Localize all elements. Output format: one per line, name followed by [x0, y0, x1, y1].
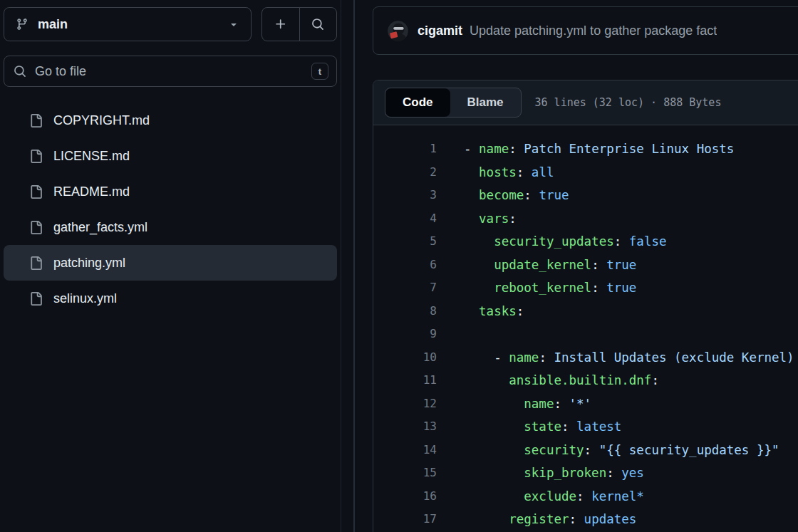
branch-name: main: [38, 17, 68, 32]
code-line: 4 vars:: [373, 207, 798, 231]
code-line-content: tasks:: [437, 300, 524, 323]
chevron-down-icon: [228, 19, 239, 30]
code-line-content: reboot_kernel: true: [437, 276, 636, 300]
code-line: 10 - name: Install Updates (exclude Kern…: [373, 346, 798, 370]
file-tree-item[interactable]: COPYRIGHT.md: [4, 103, 337, 138]
file-icon: [29, 221, 43, 234]
git-branch-icon: [16, 18, 28, 31]
code-panel-header: CodeBlame 36 lines (32 loc) · 888 Bytes: [373, 80, 798, 125]
search-tree-button[interactable]: [299, 8, 337, 41]
file-tree-item[interactable]: patching.yml: [4, 245, 337, 281]
line-number[interactable]: 5: [373, 230, 437, 254]
code-line: 2 hosts: all: [373, 161, 798, 184]
go-to-file-box: t: [4, 56, 337, 87]
code-line: 9: [373, 323, 798, 346]
line-number[interactable]: 10: [373, 346, 437, 370]
code-line: 14 security: "{{ security_updates }}": [373, 439, 798, 462]
file-meta-text: 36 lines (32 loc) · 888 Bytes: [535, 96, 722, 109]
file-tree-item[interactable]: LICENSE.md: [4, 138, 337, 174]
search-icon: [14, 65, 26, 78]
file-name: COPYRIGHT.md: [53, 113, 150, 128]
commit-message-link[interactable]: Update patching.yml to gather package fa…: [470, 24, 717, 38]
file-tree: COPYRIGHT.md LICENSE.md README.md gather…: [4, 103, 337, 316]
file-content-panel: CodeBlame 36 lines (32 loc) · 888 Bytes …: [373, 80, 798, 532]
line-number[interactable]: 7: [373, 276, 437, 300]
line-number[interactable]: 9: [373, 323, 437, 346]
commit-author-link[interactable]: cigamit: [418, 24, 462, 38]
code-line-content: security_updates: false: [437, 230, 667, 254]
tab-code[interactable]: Code: [385, 88, 450, 117]
code-line-content: - name: Patch Enterprise Linux Hosts: [437, 137, 734, 161]
file-tree-item[interactable]: README.md: [4, 174, 337, 209]
line-number[interactable]: 6: [373, 254, 437, 277]
code-line-content: hosts: all: [437, 161, 554, 184]
new-file-button[interactable]: [262, 8, 299, 41]
latest-commit-bar: cigamit Update patching.yml to gather pa…: [373, 6, 798, 55]
file-name: README.md: [53, 184, 130, 199]
code-line-content: become: true: [437, 184, 569, 207]
code-line: 16 exclude: kernel*: [373, 485, 798, 508]
code-line: 1 - name: Patch Enterprise Linux Hosts: [373, 137, 798, 161]
line-number[interactable]: 15: [373, 461, 437, 485]
line-number[interactable]: 3: [373, 184, 437, 207]
code-line-content: exclude: kernel*: [437, 485, 644, 508]
code-line: 7 reboot_kernel: true: [373, 276, 798, 300]
line-number[interactable]: 17: [373, 508, 437, 531]
line-number[interactable]: 2: [373, 161, 437, 184]
search-icon: [311, 18, 324, 31]
file-tree-sidebar: main: [0, 0, 341, 532]
code-line: 5 security_updates: false: [373, 230, 798, 254]
line-number[interactable]: 1: [373, 137, 437, 161]
line-number[interactable]: 12: [373, 392, 437, 416]
code-line: 17 register: updates: [373, 508, 798, 531]
main-panel: cigamit Update patching.yml to gather pa…: [373, 0, 798, 532]
file-name: LICENSE.md: [53, 149, 130, 164]
avatar[interactable]: [388, 21, 408, 41]
code-blame-switch: CodeBlame: [385, 88, 522, 118]
file-icon: [29, 185, 43, 199]
file-icon: [29, 150, 43, 163]
file-icon: [29, 292, 43, 306]
code-line-content: security: "{{ security_updates }}": [437, 439, 779, 462]
line-number[interactable]: 11: [373, 369, 437, 392]
code-line-content: update_kernel: true: [437, 254, 636, 277]
plus-icon: [274, 18, 287, 31]
shortcut-badge: t: [311, 63, 328, 80]
tree-toolbar: main: [4, 7, 337, 41]
tab-blame[interactable]: Blame: [450, 88, 521, 117]
file-name: gather_facts.yml: [53, 220, 147, 235]
tree-actions-group: [261, 7, 337, 41]
code-line-content: vars:: [437, 207, 517, 231]
file-tree-item[interactable]: gather_facts.yml: [4, 209, 337, 245]
file-tree-item[interactable]: selinux.yml: [4, 281, 337, 316]
code-line-content: [437, 323, 464, 346]
code-line-content: state: latest: [437, 415, 621, 439]
file-icon: [29, 114, 43, 127]
code-line-content: skip_broken: yes: [437, 461, 644, 485]
file-icon: [29, 256, 43, 270]
code-line: 15 skip_broken: yes: [373, 461, 798, 485]
code-line: 6 update_kernel: true: [373, 254, 798, 277]
code-line: 8 tasks:: [373, 300, 798, 323]
code-line-content: name: '*': [437, 392, 591, 416]
code-line-content: ansible.builtin.dnf:: [437, 369, 659, 392]
file-name: patching.yml: [53, 256, 125, 271]
code-line: 13 state: latest: [373, 415, 798, 439]
line-number[interactable]: 16: [373, 485, 437, 508]
code-line: 11 ansible.builtin.dnf:: [373, 369, 798, 392]
code-line: 3 become: true: [373, 184, 798, 207]
code-line-content: - name: Install Updates (exclude Kernel): [437, 346, 794, 370]
code-view: 1 - name: Patch Enterprise Linux Hosts 2…: [373, 125, 798, 531]
go-to-file-input[interactable]: [35, 64, 303, 79]
line-number[interactable]: 4: [373, 207, 437, 231]
line-number[interactable]: 8: [373, 300, 437, 323]
line-number[interactable]: 14: [373, 439, 437, 462]
code-line: 12 name: '*': [373, 392, 798, 416]
code-line-content: register: updates: [437, 508, 636, 531]
line-number[interactable]: 13: [373, 415, 437, 439]
pane-resize-handle[interactable]: [353, 0, 355, 532]
branch-selector-button[interactable]: main: [4, 7, 252, 41]
file-name: selinux.yml: [53, 291, 117, 306]
